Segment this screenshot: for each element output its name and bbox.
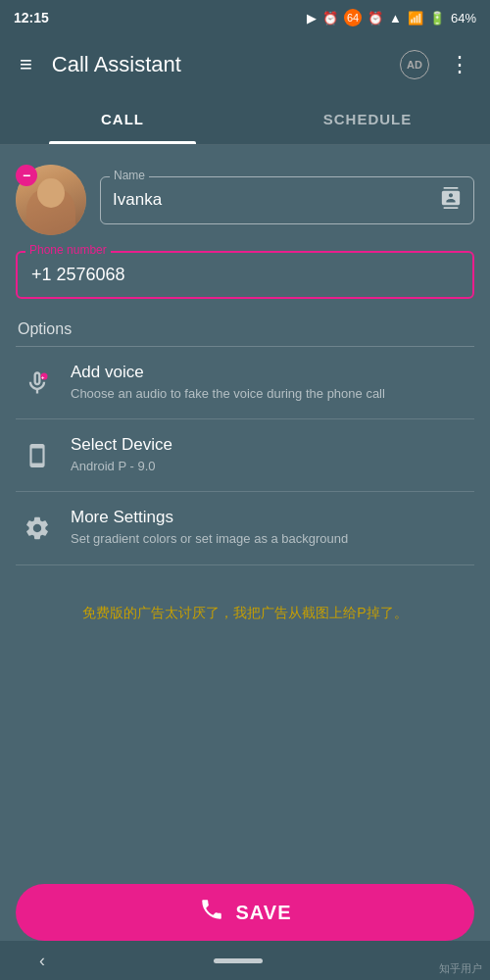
nav-bar: ‹ [0,941,490,980]
settings-icon [20,511,55,546]
status-time: 12:15 [14,10,49,25]
remove-contact-button[interactable]: − [16,165,37,186]
home-indicator[interactable] [214,958,263,963]
save-button[interactable]: SAVE [16,884,474,941]
battery-icon: 🔋 [429,11,445,25]
add-voice-text: Add voice Choose an audio to fake the vo… [71,363,385,403]
tab-call[interactable]: CALL [0,94,245,144]
wifi-icon: ▲ [389,11,402,25]
alarm-icon: ⏰ [322,11,338,25]
main-content: − Name Ivanka Phone number +1 2576068 [0,145,490,622]
phone-field-container: Phone number +1 2576068 [16,251,474,299]
select-device-text: Select Device Android P - 9.0 [71,435,172,475]
name-field-container: Name Ivanka [100,176,474,224]
save-label: SAVE [236,902,292,924]
phone-value: +1 2576068 [31,265,125,284]
signal-icon: 📶 [408,11,423,25]
svg-text:+: + [41,374,45,380]
select-device-title: Select Device [71,435,172,455]
avatar-container: − [16,165,86,235]
more-button[interactable]: ⋮ [441,46,478,83]
add-voice-title: Add voice [71,363,385,382]
ad-text: 免费版的广告太讨厌了，我把广告从截图上给P掉了。 [16,605,474,622]
alarm-clock-icon: ⏰ [368,11,383,25]
options-section: Options + Add voice Choose an audio to f… [16,320,474,565]
option-more-settings[interactable]: More Settings Set gradient colors or set… [16,492,474,564]
back-button[interactable]: ‹ [39,951,45,971]
more-settings-title: More Settings [71,508,348,527]
device-icon [20,438,55,473]
ad-badge: AD [400,50,429,79]
tab-schedule[interactable]: SCHEDULE [245,94,490,144]
add-voice-subtitle: Choose an audio to fake the voice during… [71,385,385,403]
storage-icon: 64 [344,9,362,26]
hamburger-button[interactable]: ≡ [12,46,40,83]
name-value: Ivanka [113,190,162,210]
app-title: Call Assistant [52,52,388,77]
app-bar: ≡ Call Assistant AD ⋮ [0,35,490,94]
contact-fields: Name Ivanka [100,176,474,224]
more-settings-text: More Settings Set gradient colors or set… [71,508,348,548]
contact-book-icon[interactable] [440,187,462,214]
tab-bar: CALL SCHEDULE [0,94,490,145]
more-settings-subtitle: Set gradient colors or set image as a ba… [71,530,348,548]
phone-input[interactable]: +1 2576068 [16,251,474,299]
bottom-area: SAVE [0,884,490,941]
options-title: Options [16,320,474,338]
name-input[interactable]: Ivanka [100,176,474,224]
battery-recording-icon: ▶ [307,11,317,25]
select-device-subtitle: Android P - 9.0 [71,458,172,475]
option-select-device[interactable]: Select Device Android P - 9.0 [16,419,474,492]
battery-percent: 64% [451,11,476,25]
name-label: Name [110,169,149,182]
status-icons: ▶ ⏰ 64 ⏰ ▲ 📶 🔋 64% [307,9,476,26]
option-add-voice[interactable]: + Add voice Choose an audio to fake the … [16,347,474,419]
status-bar: 12:15 ▶ ⏰ 64 ⏰ ▲ 📶 🔋 64% [0,0,490,35]
phone-label: Phone number [25,243,111,257]
voice-icon: + [20,366,55,401]
contact-row: − Name Ivanka [16,165,474,235]
phone-icon [199,897,224,928]
watermark: 知乎用户 [439,961,482,976]
